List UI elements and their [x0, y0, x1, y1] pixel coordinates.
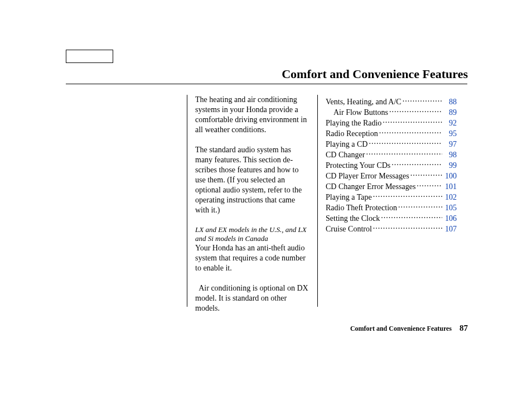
toc-entry[interactable]: Radio Reception95 — [326, 128, 457, 139]
column-divider-left — [187, 95, 187, 307]
toc-entry-label: CD Player Error Messages — [326, 171, 409, 181]
toc-entry[interactable]: Playing a CD97 — [326, 139, 457, 149]
toc-column: Vents, Heating, and A/C88Air Flow Button… — [326, 95, 457, 313]
toc-leader-dots — [391, 160, 442, 168]
toc-leader-dots — [403, 96, 442, 104]
toc-entry-page[interactable]: 97 — [443, 139, 457, 149]
toc-entry[interactable]: Vents, Heating, and A/C88 — [326, 96, 457, 107]
toc-entry[interactable]: Air Flow Buttons89 — [326, 107, 457, 118]
toc-leader-dots — [417, 181, 442, 189]
toc-entry-label: CD Changer — [326, 150, 365, 160]
toc-leader-dots — [381, 213, 442, 221]
intro-paragraph-1: The heating and air conditioning systems… — [195, 95, 309, 135]
toc-leader-dots — [389, 107, 442, 115]
toc-entry[interactable]: Cruise Control107 — [326, 224, 457, 234]
corner-decor-box — [66, 50, 113, 63]
models-note: LX and EX models in the U.S., and LX and… — [195, 225, 309, 243]
toc-entry-label: Vents, Heating, and A/C — [326, 97, 402, 107]
toc-entry[interactable]: Playing a Tape102 — [326, 192, 457, 202]
toc-entry-page[interactable]: 88 — [443, 97, 457, 107]
toc-entry[interactable]: CD Changer Error Messages101 — [326, 181, 457, 192]
toc-entry[interactable]: CD Changer98 — [326, 149, 457, 160]
toc-entry-label: Cruise Control — [326, 224, 372, 234]
toc-entry-label: Playing a Tape — [326, 192, 372, 202]
toc-entry-page[interactable]: 99 — [443, 161, 457, 171]
toc-entry-label: Playing the Radio — [326, 118, 381, 128]
toc-entry-page[interactable]: 105 — [443, 203, 457, 213]
footer-section-title: Comfort and Convenience Features — [350, 325, 452, 333]
content-columns: The heating and air conditioning systems… — [187, 95, 457, 313]
toc-entry-page[interactable]: 89 — [443, 108, 457, 118]
header-rule — [66, 84, 467, 84]
footer-page-number: 87 — [460, 323, 468, 333]
toc-entry-label: CD Changer Error Messages — [326, 182, 415, 192]
toc-entry[interactable]: Radio Theft Protection105 — [326, 202, 457, 213]
toc-entry-label: Protecting Your CDs — [326, 161, 390, 171]
toc-leader-dots — [410, 171, 442, 178]
toc-leader-dots — [379, 128, 442, 136]
toc-entry-page[interactable]: 98 — [443, 150, 457, 160]
intro-text-column: The heating and air conditioning systems… — [195, 95, 309, 313]
toc-leader-dots — [373, 192, 442, 200]
toc-leader-dots — [373, 224, 442, 231]
toc-entry[interactable]: CD Player Error Messages100 — [326, 171, 457, 181]
intro-paragraph-3: Your Honda has an anti-theft audio syste… — [195, 243, 309, 273]
toc-leader-dots — [383, 118, 442, 125]
toc-entry-label: Radio Reception — [326, 129, 378, 139]
toc-entry-page[interactable]: 107 — [443, 224, 457, 234]
toc-leader-dots — [366, 149, 442, 157]
toc-leader-dots — [369, 139, 442, 147]
toc-entry-page[interactable]: 100 — [443, 171, 457, 181]
toc-entry[interactable]: Playing the Radio92 — [326, 118, 457, 128]
toc-entry[interactable]: Setting the Clock106 — [326, 213, 457, 224]
page-title: Comfort and Convenience Features — [282, 67, 468, 81]
toc-entry-label: Playing a CD — [326, 139, 367, 149]
page-footer: Comfort and Convenience Features 87 — [350, 323, 468, 333]
toc-entry-page[interactable]: 92 — [443, 118, 457, 128]
column-divider-right — [317, 95, 318, 307]
page-container: Comfort and Convenience Features The hea… — [0, 0, 532, 396]
toc-entry-page[interactable]: 95 — [443, 129, 457, 139]
toc-entry-label: Radio Theft Protection — [326, 203, 397, 213]
toc-entry-page[interactable]: 106 — [443, 214, 457, 224]
intro-paragraph-4: Air conditioning is optional on DX model… — [195, 283, 309, 313]
toc-entry-page[interactable]: 102 — [443, 192, 457, 202]
toc-entry-label: Setting the Clock — [326, 214, 380, 224]
toc-entry-page[interactable]: 101 — [443, 182, 457, 192]
toc-leader-dots — [398, 202, 442, 210]
toc-entry-label: Air Flow Buttons — [333, 108, 388, 118]
toc-entry[interactable]: Protecting Your CDs99 — [326, 160, 457, 171]
intro-paragraph-2: The standard audio system has many featu… — [195, 145, 309, 215]
